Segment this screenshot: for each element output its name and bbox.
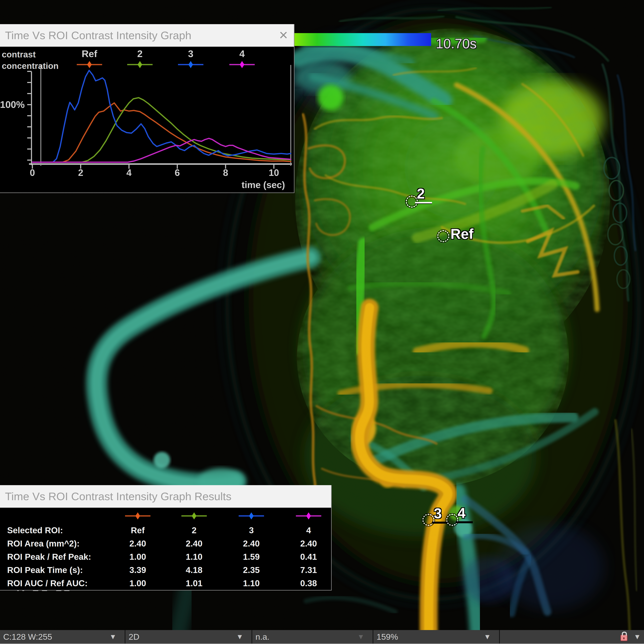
cell-2: 2.40 [167,539,221,548]
cell-Ref: 2.40 [111,539,165,548]
x-tick-0: 0 [22,167,43,178]
y-axis-100pct-label: 100% [0,99,23,110]
cell-Ref: Ref [111,525,165,535]
table-row: ROI Peak / Ref Peak:1.001.101.590.41 [0,552,331,563]
results-window: Time Vs ROI Contrast Intensity Graph Res… [0,485,332,591]
statusbar-label-zoom-level: 159% [377,632,398,641]
results-window-titlebar[interactable]: Time Vs ROI Contrast Intensity Graph Res… [0,485,331,508]
x-tick-10: 10 [263,167,285,178]
cell-Ref: 1.00 [111,552,165,562]
statusbar-segment-na[interactable]: n.a.▼ [252,630,373,643]
y-axis-title-line1: contrast [2,50,36,59]
roi-label-3: 3 [434,506,442,521]
x-tick-6: 6 [167,167,188,178]
legend-marker-slot-4 [229,61,255,69]
roi-label-underline-2 [415,202,432,203]
cell-2: 1.01 [167,578,221,588]
results-legend-marker-3 [238,512,265,520]
cell-2: 2 [167,525,221,535]
chevron-down-icon[interactable]: ▼ [109,630,116,643]
row-label: ROI Peak Time (s): [7,565,83,575]
cell-3: 2.40 [225,539,278,548]
roi-circle-4[interactable] [446,514,458,526]
legend-marker-Ref [76,61,103,69]
table-row: ROI Area (mm^2):2.402.402.402.40 [0,539,331,549]
x-tick-8: 8 [215,167,236,178]
legend-series-name-4: 4 [222,48,262,59]
y-axis-title-line2: concentration [2,61,58,71]
row-label: ROI Peak / Ref Peak: [7,552,91,562]
statusbar-label-window-level: C:128 W:255 [3,632,52,641]
table-row: ROI Peak Time (s):3.394.182.357.31 [0,565,331,576]
chevron-down-icon[interactable]: ▼ [357,630,364,643]
cell-4: 2.40 [282,539,335,548]
table-row: Selected ROI:Ref234 [0,525,331,536]
statusbar-segment-view-mode[interactable]: 2D▼ [125,630,252,643]
table-row: ROI AUC / Ref AUC:1.001.011.100.38 [0,578,331,589]
results-window-title: Time Vs ROI Contrast Intensity Graph Res… [5,490,231,502]
legend-series-name-3: 3 [171,48,210,59]
application-window: 10.70s 2Ref34 R 21 11 Time Vs ROI Contra… [0,0,644,644]
cell-4: 0.38 [282,578,335,588]
cell-4: 4 [282,525,335,535]
statusbar-segment-window-level[interactable]: C:128 W:255▼ [0,630,125,643]
legend-marker-3 [177,61,204,69]
legend-marker-slot-Ref [76,61,103,69]
roi-label-2: 2 [417,187,425,201]
cell-3: 3 [225,525,278,535]
legend-series-name-Ref: Ref [70,48,109,59]
statusbar-segment-lock[interactable]: ▼ [500,630,644,643]
x-tick-4: 4 [118,167,140,178]
legend-marker-Ref [124,512,151,520]
cell-Ref: 3.39 [111,565,165,575]
results-legend-row [0,512,331,523]
results-legend-marker-Ref [124,512,151,520]
legend-marker-4 [295,512,322,520]
row-label: Selected ROI: [7,525,63,535]
cell-3: 1.10 [225,578,278,588]
legend-marker-2 [126,61,153,69]
legend-marker-4 [229,61,255,69]
x-tick-2: 2 [70,167,91,178]
results-legend-marker-4 [295,512,322,520]
chevron-down-icon[interactable]: ▼ [484,630,491,643]
legend-marker-slot-3 [177,61,204,69]
roi-label-underline-4 [456,521,473,523]
cell-4: 0.41 [282,552,335,562]
contrast-graph-window: Time Vs ROI Contrast Intensity Graph × c… [0,24,294,193]
roi-label-4: 4 [458,506,466,520]
roi-label-Ref: Ref [450,227,474,241]
row-label: ROI AUC / Ref AUC: [7,578,88,588]
cell-2: 1.10 [167,552,221,562]
curve-roi-3 [32,70,291,162]
roi-circle-3[interactable] [422,514,435,526]
cell-3: 1.59 [225,552,278,562]
roi-circle-2[interactable] [406,196,418,208]
statusbar-label-view-mode: 2D [129,632,139,641]
legend-marker-slot-2 [126,61,153,69]
cell-2: 4.18 [167,565,221,575]
results-legend-marker-2 [181,512,208,520]
legend-series-name-2: 2 [120,48,160,59]
cell-3: 2.35 [225,565,278,575]
row-label: ROI Area (mm^2): [7,539,80,548]
legend-marker-3 [238,512,265,520]
chevron-down-icon[interactable]: ▼ [236,630,243,643]
status-bar: C:128 W:255▼2D▼n.a.▼159%▼▼ [0,630,644,644]
statusbar-segment-zoom-level[interactable]: 159%▼ [373,630,499,643]
acquisition-time-label: 10.70s [436,36,477,51]
statusbar-label-na: n.a. [255,632,269,641]
x-axis-label: time (sec) [241,179,285,190]
lock-icon [620,635,628,641]
cell-4: 7.31 [282,565,335,575]
roi-circle-Ref[interactable] [437,230,449,242]
cell-Ref: 1.00 [111,578,165,588]
legend-marker-2 [181,512,208,520]
time-colorbar [294,33,431,46]
chevron-down-icon[interactable]: ▼ [634,630,641,643]
